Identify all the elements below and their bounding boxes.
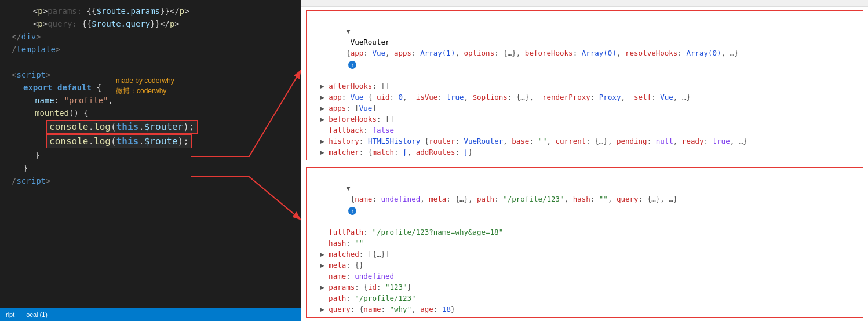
info-icon[interactable]: i	[348, 61, 356, 69]
code-editor: <p>params: {{$route.params}}</p> <p>quer…	[0, 0, 301, 321]
code-line: /template>	[12, 43, 301, 56]
info-icon-2[interactable]: i	[348, 207, 356, 215]
router-line: ▶ history: HTML5History {router: VueRout…	[311, 136, 858, 147]
router-line: fallback: false	[311, 125, 858, 136]
code-line: <p>query: {{$route.query}}</p>	[12, 17, 301, 30]
route-line: ▶ matched: [{…}]	[311, 249, 858, 260]
router-summary: ▼ VueRouter {app: Vue, apps: Array(1), o…	[311, 14, 858, 81]
route-line: fullPath: "/profile/123?name=why&age=18"	[311, 227, 858, 238]
route-line: ▶ __proto__: Object	[311, 315, 858, 318]
router-line: ▶ app: Vue {_uid: 0, _isVue: true, $opti…	[311, 92, 858, 103]
route-summary: ▼ {name: undefined, meta: {…}, path: "/p…	[311, 172, 858, 227]
console-log-router: console.log(this.$router);	[12, 120, 301, 134]
console-log-route: console.log(this.$route);	[12, 134, 301, 148]
route-line: ▶ meta: {}	[311, 260, 858, 271]
route-line: name: undefined	[311, 271, 858, 282]
console-panel: ▼ VueRouter {app: Vue, apps: Array(1), o…	[301, 0, 868, 321]
router-line: mode: "history"	[311, 158, 858, 160]
code-line	[12, 56, 301, 68]
scrollbar[interactable]	[301, 0, 868, 7]
route-line: hash: ""	[311, 238, 858, 249]
router-line: ▶ apps: [Vue]	[311, 103, 858, 114]
watermark-line1: made by coderwhy	[116, 75, 174, 86]
route-line: path: "/profile/123"	[311, 293, 858, 304]
code-line: mounted() {	[12, 107, 301, 119]
console-output: ▼ VueRouter {app: Vue, apps: Array(1), o…	[301, 7, 868, 321]
code-line: </div>	[12, 30, 301, 43]
router-line: ▶ afterHooks: []	[311, 81, 858, 92]
code-line: <p>params: {{$route.params}}</p>	[12, 5, 301, 17]
watermark: made by coderwhy 微博：coderwhy	[116, 75, 174, 96]
status-bar-text2: ocal (1)	[26, 311, 48, 318]
vue-route-output: ▼ {name: undefined, meta: {…}, path: "/p…	[306, 167, 863, 318]
route-line: ▶ params: {id: "123"}	[311, 282, 858, 293]
code-line: }	[12, 149, 301, 162]
status-bar-text: ript	[6, 311, 14, 318]
code-line: }	[12, 162, 301, 174]
code-line: /script>	[12, 174, 301, 187]
router-line: ▶ beforeHooks: []	[311, 114, 858, 125]
router-line: ▶ matcher: {match: ƒ, addRoutes: ƒ}	[311, 147, 858, 158]
route-line: ▶ query: {name: "why", age: 18}	[311, 304, 858, 315]
vue-router-output: ▼ VueRouter {app: Vue, apps: Array(1), o…	[306, 10, 863, 160]
watermark-line2: 微博：coderwhy	[116, 86, 174, 96]
